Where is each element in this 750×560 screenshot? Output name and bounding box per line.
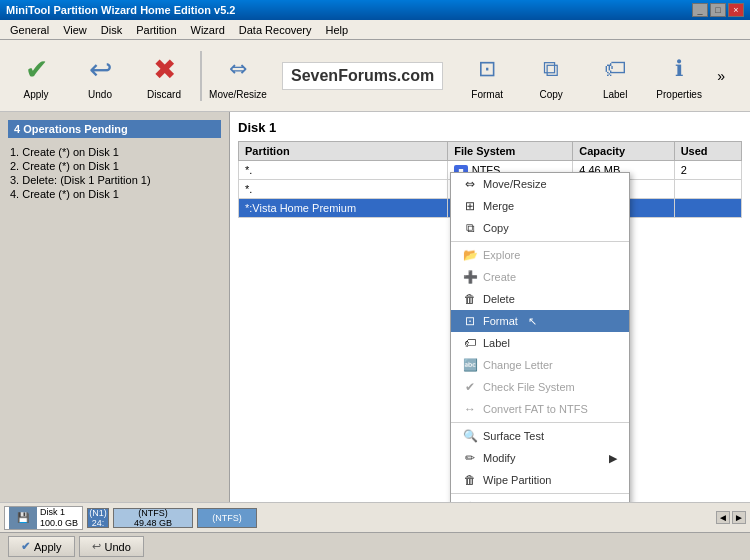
- close-button[interactable]: ×: [728, 3, 744, 17]
- scroll-left[interactable]: ◄: [716, 511, 730, 524]
- title-controls: _ □ ×: [692, 3, 744, 17]
- sevenforum-logo: SevenForums.com: [282, 62, 443, 90]
- ctx-modify[interactable]: ✏ Modify ▶: [451, 447, 629, 469]
- discard-icon: ✖: [146, 51, 182, 87]
- ctx-convert-fat: ↔ Convert FAT to NTFS: [451, 398, 629, 420]
- ctx-format-label: Format: [483, 315, 518, 327]
- properties-label: Properties: [656, 89, 702, 100]
- ctx-change-letter-icon: 🔤: [463, 358, 477, 372]
- col-used: Used: [674, 142, 741, 161]
- minimize-button[interactable]: _: [692, 3, 708, 17]
- ctx-change-letter-label: Change Letter: [483, 359, 553, 371]
- part-used: [674, 199, 741, 218]
- undo-arrow-icon: ↩: [92, 540, 101, 553]
- copy-toolbar-button[interactable]: ⧉ Copy: [521, 46, 581, 106]
- ctx-explore-label: Explore: [483, 249, 520, 261]
- menu-data-recovery[interactable]: Data Recovery: [233, 23, 318, 37]
- ctx-surface-test[interactable]: 🔍 Surface Test: [451, 425, 629, 447]
- ctx-label-icon: 🏷: [463, 336, 477, 350]
- ctx-label[interactable]: 🏷 Label: [451, 332, 629, 354]
- ctx-merge[interactable]: ⊞ Merge: [451, 195, 629, 217]
- ctx-wipe-icon: 🗑: [463, 473, 477, 487]
- bottom-undo-button[interactable]: ↩ Undo: [79, 536, 144, 557]
- ctx-sep-1: [451, 241, 629, 242]
- ctx-delete[interactable]: 🗑 Delete: [451, 288, 629, 310]
- menu-view[interactable]: View: [57, 23, 93, 37]
- menu-help[interactable]: Help: [320, 23, 355, 37]
- ctx-properties[interactable]: ℹ Properties: [451, 496, 629, 502]
- ctx-convert-fat-label: Convert FAT to NTFS: [483, 403, 588, 415]
- move-resize-button[interactable]: ⇔ Move/Resize: [208, 46, 268, 106]
- apply-button[interactable]: ✔ Apply: [6, 46, 66, 106]
- disk-part-2[interactable]: (NTFS) 49.48 GB: [113, 508, 193, 528]
- scroll-right[interactable]: ►: [732, 511, 746, 524]
- ctx-sep-3: [451, 493, 629, 494]
- disk-part-1[interactable]: (N1) 24:: [87, 508, 109, 528]
- ctx-explore: 📂 Explore: [451, 244, 629, 266]
- bottom-apply-label: Apply: [34, 541, 62, 553]
- move-resize-label: Move/Resize: [209, 89, 267, 100]
- ctx-create-icon: ➕: [463, 270, 477, 284]
- discard-label: Discard: [147, 89, 181, 100]
- disk-title: Disk 1: [238, 120, 742, 135]
- disk-icon: 💾: [9, 507, 37, 529]
- format-toolbar-button[interactable]: ⊡ Format: [457, 46, 517, 106]
- op-1: 1. Create (*) on Disk 1: [10, 146, 219, 158]
- ctx-delete-label: Delete: [483, 293, 515, 305]
- ctx-move-resize-icon: ⇔: [463, 177, 477, 191]
- menu-disk[interactable]: Disk: [95, 23, 128, 37]
- ctx-create-label: Create: [483, 271, 516, 283]
- label-toolbar-button[interactable]: 🏷 Label: [585, 46, 645, 106]
- discard-button[interactable]: ✖ Discard: [134, 46, 194, 106]
- ctx-surface-test-label: Surface Test: [483, 430, 544, 442]
- ctx-surface-test-icon: 🔍: [463, 429, 477, 443]
- ctx-copy-label: Copy: [483, 222, 509, 234]
- ctx-properties-icon: ℹ: [463, 500, 477, 502]
- ctx-create: ➕ Create: [451, 266, 629, 288]
- disk-part-2-size: 49.48 GB: [134, 518, 172, 528]
- part-used: 2: [674, 161, 741, 180]
- scroll-arrows: ◄ ►: [716, 511, 746, 524]
- ctx-change-letter: 🔤 Change Letter: [451, 354, 629, 376]
- menu-general[interactable]: General: [4, 23, 55, 37]
- ctx-move-resize[interactable]: ⇔ Move/Resize: [451, 173, 629, 195]
- op-4: 4. Create (*) on Disk 1: [10, 188, 219, 200]
- disk-part-1-label: (N1): [89, 508, 107, 518]
- move-resize-icon: ⇔: [220, 51, 256, 87]
- menu-partition[interactable]: Partition: [130, 23, 182, 37]
- bottom-apply-button[interactable]: ✔ Apply: [8, 536, 75, 557]
- ctx-modify-label: Modify: [483, 452, 515, 464]
- toolbar-more[interactable]: »: [717, 68, 725, 84]
- undo-icon: ↩: [82, 51, 118, 87]
- disk-part-3[interactable]: (NTFS): [197, 508, 257, 528]
- ctx-sep-2: [451, 422, 629, 423]
- ctx-delete-icon: 🗑: [463, 292, 477, 306]
- ctx-format[interactable]: ⊡ Format ↖: [451, 310, 629, 332]
- ctx-wipe[interactable]: 🗑 Wipe Partition: [451, 469, 629, 491]
- col-filesystem: File System: [448, 142, 573, 161]
- ctx-modify-arrow: ▶: [609, 452, 617, 465]
- ctx-check-fs: ✔ Check File System: [451, 376, 629, 398]
- undo-button[interactable]: ↩ Undo: [70, 46, 130, 106]
- col-partition: Partition: [239, 142, 448, 161]
- ops-list: 1. Create (*) on Disk 1 2. Create (*) on…: [8, 144, 221, 204]
- title-bar: MiniTool Partition Wizard Home Edition v…: [0, 0, 750, 20]
- undo-label: Undo: [88, 89, 112, 100]
- ctx-properties-label: Properties: [483, 501, 533, 502]
- right-panel: Disk 1 Partition File System Capacity Us…: [230, 112, 750, 502]
- menu-wizard[interactable]: Wizard: [185, 23, 231, 37]
- properties-toolbar-button[interactable]: ℹ Properties: [649, 46, 709, 106]
- maximize-button[interactable]: □: [710, 3, 726, 17]
- ctx-copy[interactable]: ⧉ Copy: [451, 217, 629, 239]
- action-bar: ✔ Apply ↩ Undo: [0, 532, 750, 560]
- part-name: *.: [239, 161, 448, 180]
- ops-header: 4 Operations Pending: [8, 120, 221, 138]
- ctx-wipe-label: Wipe Partition: [483, 474, 551, 486]
- ctx-check-fs-label: Check File System: [483, 381, 575, 393]
- format-label: Format: [471, 89, 503, 100]
- part-name: *:Vista Home Premium: [239, 199, 448, 218]
- col-capacity: Capacity: [573, 142, 674, 161]
- left-panel: 4 Operations Pending 1. Create (*) on Di…: [0, 112, 230, 502]
- label-icon: 🏷: [597, 51, 633, 87]
- ctx-label-label: Label: [483, 337, 510, 349]
